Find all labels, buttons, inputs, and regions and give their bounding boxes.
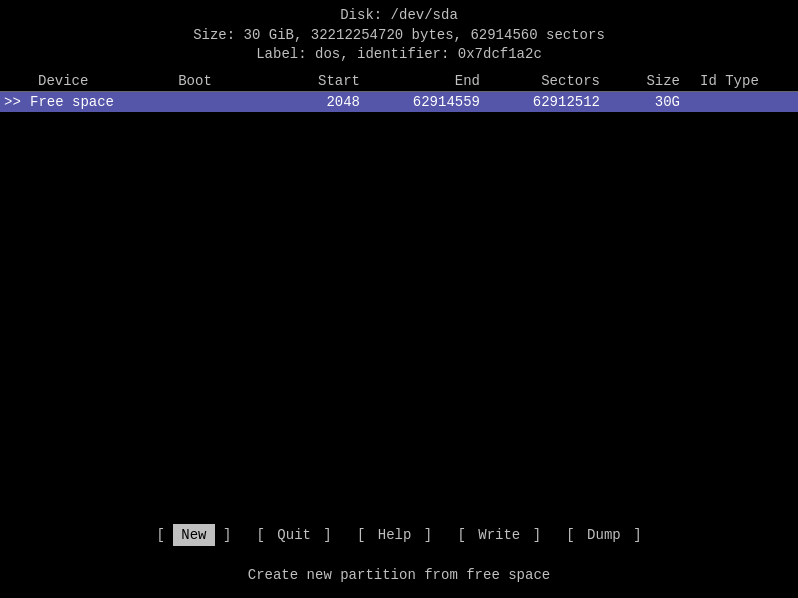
row-end: 62914559 bbox=[370, 94, 490, 110]
menu-quit-close-bracket: ] bbox=[323, 527, 331, 543]
indicator-header bbox=[0, 73, 30, 89]
menu-quit-open-bracket: [ bbox=[257, 527, 265, 543]
row-sectors: 62912512 bbox=[490, 94, 610, 110]
row-size: 30G bbox=[610, 94, 690, 110]
table-header: Device Boot Start End Sectors Size Id Ty… bbox=[0, 71, 798, 92]
row-indicator: >> bbox=[0, 94, 30, 110]
disk-header: Disk: /dev/sda Size: 30 GiB, 32212254720… bbox=[0, 0, 798, 71]
col-header-start: Start bbox=[250, 73, 370, 89]
row-start: 2048 bbox=[250, 94, 370, 110]
menu-help-button[interactable]: Help bbox=[374, 526, 416, 544]
menu-help-open-bracket: [ bbox=[357, 527, 365, 543]
disk-size-line: Size: 30 GiB, 32212254720 bytes, 6291456… bbox=[0, 26, 798, 46]
menu-new-close-bracket: ] bbox=[223, 527, 231, 543]
status-bar: Create new partition from free space bbox=[0, 567, 798, 583]
status-text: Create new partition from free space bbox=[248, 567, 550, 583]
menu-write-open-bracket: [ bbox=[457, 527, 465, 543]
menu-dump-close-bracket: ] bbox=[633, 527, 641, 543]
col-header-idtype: Id Type bbox=[690, 73, 798, 89]
row-device: Free space bbox=[30, 94, 140, 110]
menu-dump-open-bracket: [ bbox=[566, 527, 574, 543]
screen: Disk: /dev/sda Size: 30 GiB, 32212254720… bbox=[0, 0, 798, 598]
row-idtype bbox=[690, 94, 798, 110]
menu-quit-button[interactable]: Quit bbox=[273, 526, 315, 544]
col-header-sectors: Sectors bbox=[490, 73, 610, 89]
menu-new-button[interactable]: New bbox=[173, 524, 214, 546]
table-row[interactable]: >> Free space 2048 62914559 62912512 30G bbox=[0, 92, 798, 112]
disk-title: Disk: /dev/sda bbox=[0, 6, 798, 26]
row-boot bbox=[140, 94, 250, 110]
menu-help-close-bracket: ] bbox=[424, 527, 432, 543]
col-header-device: Device bbox=[30, 73, 140, 89]
col-header-size: Size bbox=[610, 73, 690, 89]
col-header-boot: Boot bbox=[140, 73, 250, 89]
col-header-end: End bbox=[370, 73, 490, 89]
menu-write-button[interactable]: Write bbox=[474, 526, 524, 544]
menu-dump-button[interactable]: Dump bbox=[583, 526, 625, 544]
menu-write-close-bracket: ] bbox=[533, 527, 541, 543]
menu-bar: [ New ] [ Quit ] [ Help ] [ Write ] [ Du… bbox=[0, 527, 798, 543]
menu-new-open-bracket: [ bbox=[156, 527, 164, 543]
disk-label-line: Label: dos, identifier: 0x7dcf1a2c bbox=[0, 45, 798, 65]
